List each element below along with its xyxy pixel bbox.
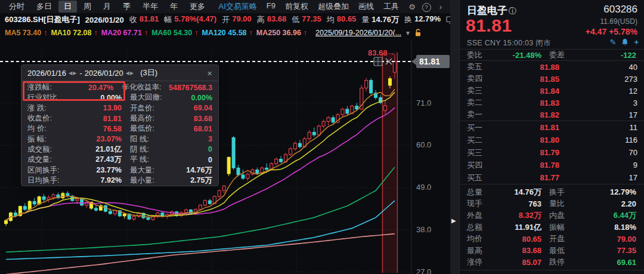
y-axis-tick: 38.0	[416, 225, 431, 234]
stat-label: 涨停	[467, 257, 494, 267]
ask-4[interactable]: 卖四81.85273	[460, 73, 644, 85]
stat-row-3: 总额11.91亿振幅8.18%	[460, 221, 644, 233]
panel-splitter[interactable]: ▶	[450, 0, 459, 274]
stat-row-1: 现手763量比2.20	[460, 198, 644, 210]
y-axis-tick: 71.0	[416, 98, 431, 107]
level-volume: 17	[559, 110, 637, 119]
bid-3[interactable]: 买三81.7970	[460, 146, 644, 159]
close-icon[interactable]: ×	[207, 69, 212, 78]
level-price: 81.85	[496, 75, 559, 84]
menu-F9[interactable]: F9	[262, 1, 280, 13]
chevron-down-icon: ▼	[405, 30, 411, 36]
tab-年[interactable]: 年	[165, 1, 183, 13]
stat-label: 最高	[467, 245, 494, 256]
field-量: 量14.76万	[361, 14, 399, 25]
field-低: 低77.35	[292, 14, 321, 25]
help-icon[interactable]: ?	[420, 2, 432, 12]
popup-value: 0	[181, 145, 212, 153]
tab-月[interactable]: 月	[98, 1, 116, 13]
popup-value: 14.76万	[181, 165, 212, 176]
field-幅: 幅5.78%(4.47)	[164, 14, 216, 25]
candlestick-chart[interactable]: 71.060.049.038.027.081.8183.68→ 2026/01/…	[0, 39, 450, 274]
stat-label: 换手	[541, 187, 585, 198]
popup-label: 最低价:	[122, 124, 181, 134]
stat-value: 2.20	[585, 199, 636, 208]
quote-info-row: 603286.SH[日盈电子] 2026/01/20 收81.81幅5.78%(…	[0, 13, 450, 26]
popup-row-8: 区间换手:23.77%最大量:14.76万	[27, 165, 212, 175]
level-price: 81.79	[496, 148, 559, 157]
bid-1[interactable]: 买一81.8111	[460, 121, 644, 134]
tab-半年[interactable]: 半年	[137, 1, 163, 13]
quote-fields: 收81.81幅5.78%(4.47)开79.00高83.68低77.35均80.…	[129, 14, 441, 25]
date-range-selector[interactable]: 2025/09/19-2026/01/20(... ▼	[315, 29, 422, 37]
level-price: 81.78	[496, 161, 559, 170]
ask-1[interactable]: 卖一81.8217	[460, 109, 644, 121]
level-label: 买四	[467, 160, 496, 171]
tab-周[interactable]: 周	[78, 1, 97, 13]
collapse-arrow-icon[interactable]: ▶	[451, 217, 456, 224]
stat-row-5: 最高83.68最低77.35	[460, 245, 644, 257]
settings-gear-icon[interactable]: ⚙	[406, 2, 418, 11]
field-收: 收81.81	[129, 14, 159, 25]
menu-超级叠加[interactable]: 超级叠加	[313, 1, 354, 13]
level-label: 买二	[467, 135, 496, 146]
field-value: 83.68	[267, 14, 287, 25]
level-label: 卖五	[467, 61, 496, 72]
stat-value: 83.68	[494, 246, 541, 255]
range-end-arrows-icon[interactable]: ◀▶	[126, 70, 134, 76]
monitor-icon[interactable]	[446, 16, 450, 24]
menu-AI交易策略[interactable]: AI交易策略	[214, 1, 262, 13]
bid-5[interactable]: 买五81.7717	[460, 171, 644, 184]
tab-更多[interactable]: 更多	[184, 1, 210, 13]
menu-前复权[interactable]: 前复权	[280, 1, 313, 13]
ask-5[interactable]: 卖五81.8840	[460, 61, 644, 73]
field-换: 换12.79%	[404, 14, 441, 25]
stat-label: 内盘	[541, 210, 585, 221]
popup-value: 13.90	[76, 104, 122, 112]
ma-MA10: MA10 72.08↑	[51, 29, 97, 37]
field-label: 换	[404, 14, 412, 25]
stat-row-2: 外盘8.32万内盘6.44万	[460, 210, 644, 221]
ma-MA120: MA120 45.58↑	[202, 29, 252, 37]
bell-icon[interactable]	[621, 38, 628, 46]
unlock-icon[interactable]	[414, 29, 422, 37]
info-circle-icon[interactable]: ⓘ	[509, 7, 516, 16]
high-price-annotation: 83.68→	[368, 48, 395, 57]
stat-label: 总额	[467, 222, 494, 233]
popup-row-3: 收盘价:81.81最高价:83.68	[27, 113, 212, 124]
edit-pencil-icon[interactable]: ✎	[610, 38, 617, 47]
popup-label: 成交量:	[27, 155, 76, 165]
ask-levels: 卖五81.8840卖四81.85273卖三81.8412卖二81.833卖一81…	[460, 60, 644, 121]
tab-多日[interactable]: 多日	[31, 1, 57, 13]
bid-2[interactable]: 买二81.80116	[460, 134, 644, 146]
stat-label: 现手	[467, 198, 494, 209]
popup-row-6: 成交额:21.01亿阴 线:0	[27, 144, 212, 155]
menu-画线[interactable]: 画线	[354, 1, 379, 13]
ask-2[interactable]: 卖二81.833	[460, 97, 644, 109]
range-start-arrows-icon[interactable]: ◀▶	[69, 70, 77, 76]
ma-label-value: MA5 73.40	[5, 29, 41, 37]
popup-value: 81.81	[76, 115, 122, 123]
stat-value: 14.76万	[494, 187, 541, 198]
ma-indicator-row: MA5 73.40↑MA10 72.08↑MA20 67.71↑MA60 54.…	[0, 26, 450, 39]
ask-3[interactable]: 卖三81.8412	[460, 85, 644, 97]
bid-4[interactable]: 买四81.789	[460, 159, 644, 171]
popup-stats: 涨跌幅:20.47%年化收益率:548767568.3行业对比0.00%最大回撤…	[21, 81, 218, 187]
field-开: 开79.00	[222, 14, 252, 25]
popup-label: 最高价:	[122, 113, 181, 124]
level-price: 81.81	[496, 123, 559, 132]
date-range-label: 2025/09/19-2026/01/20(...	[315, 29, 401, 37]
level-label: 卖四	[467, 73, 496, 84]
weicha-label: 委差	[541, 50, 585, 60]
field-label: 量	[361, 14, 369, 25]
level-price: 81.80	[496, 136, 559, 144]
popup-label: 收盘价:	[27, 113, 76, 124]
popup-value: 20.47%	[72, 84, 113, 92]
tab-分时[interactable]: 分时	[4, 1, 30, 13]
tab-季[interactable]: 季	[117, 1, 136, 13]
chevron-right-icon[interactable]: ›	[435, 2, 447, 11]
grid-tool-icon[interactable]	[374, 57, 382, 66]
add-plus-icon[interactable]: +	[634, 38, 639, 47]
tab-日[interactable]: 日	[58, 1, 77, 13]
menu-工具[interactable]: 工具	[379, 1, 404, 13]
